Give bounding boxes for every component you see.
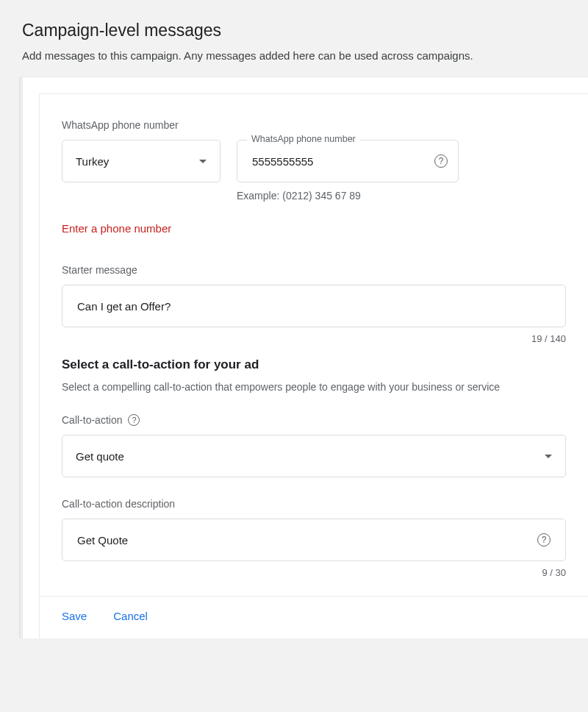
chevron-down-icon: [199, 160, 207, 163]
form-footer: Save Cancel: [40, 596, 588, 638]
country-select[interactable]: Turkey: [62, 140, 220, 182]
chevron-down-icon: [545, 455, 552, 458]
page-subtitle: Add messages to this campaign. Any messa…: [22, 49, 566, 62]
phone-error: Enter a phone number: [62, 222, 566, 235]
cta-select[interactable]: Get quote: [62, 435, 566, 477]
card-shadow: [19, 76, 22, 638]
cta-subtext: Select a compelling call-to-action that …: [62, 380, 566, 395]
phone-input-legend: WhatsApp phone number: [247, 134, 360, 144]
phone-input-value: 5555555555: [252, 155, 313, 168]
save-button[interactable]: Save: [62, 610, 87, 622]
starter-input[interactable]: Can I get an Offer?: [62, 285, 566, 327]
phone-input[interactable]: 5555555555 ?: [237, 140, 459, 182]
card-outer: WhatsApp phone number Turkey WhatsApp ph…: [22, 76, 588, 638]
help-icon[interactable]: ?: [537, 533, 551, 547]
help-icon[interactable]: ?: [434, 154, 448, 168]
starter-counter: 19 / 140: [62, 333, 566, 344]
cta-desc-input[interactable]: Get Quote ?: [62, 519, 566, 561]
starter-input-value: Can I get an Offer?: [77, 300, 171, 313]
phone-example-hint: Example: (0212) 345 67 89: [237, 190, 459, 202]
cta-heading: Select a call-to-action for your ad: [62, 357, 566, 372]
cta-select-value: Get quote: [76, 450, 124, 463]
cta-desc-label: Call-to-action description: [62, 498, 566, 510]
cta-label: Call-to-action: [62, 414, 122, 426]
page-title: Campaign-level messages: [22, 21, 566, 40]
whatsapp-label: WhatsApp phone number: [62, 119, 566, 131]
help-icon[interactable]: ?: [128, 414, 140, 426]
cta-desc-counter: 9 / 30: [62, 567, 566, 578]
cancel-button[interactable]: Cancel: [113, 610, 148, 622]
cta-desc-value: Get Quote: [77, 534, 128, 547]
form-card: WhatsApp phone number Turkey WhatsApp ph…: [39, 93, 588, 638]
country-select-value: Turkey: [76, 155, 109, 168]
starter-label: Starter message: [62, 264, 566, 276]
